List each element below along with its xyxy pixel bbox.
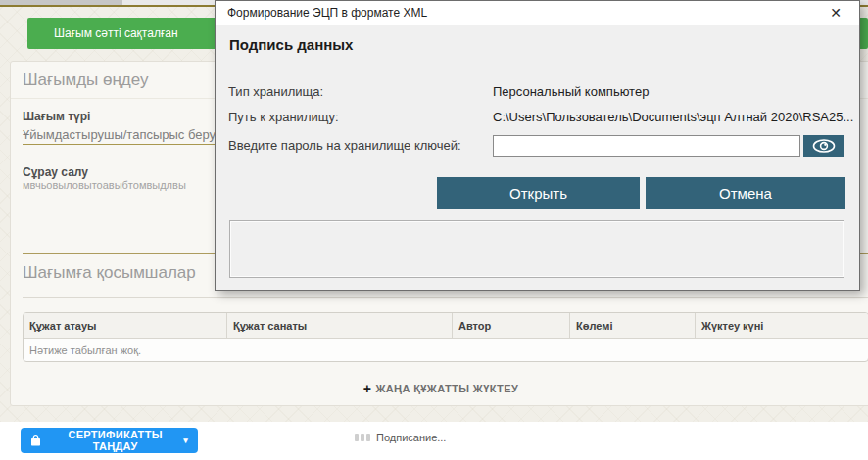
- signing-status-text: Подписание...: [376, 432, 446, 443]
- lock-icon: [30, 435, 41, 446]
- password-label: Введите пароль на хранилище ключей:: [228, 138, 461, 153]
- complaint-type-label: Шағым түрі: [23, 110, 90, 123]
- request-label: Сұрау салу: [23, 165, 88, 179]
- col-upload-date: Жүктеу күні: [696, 313, 868, 339]
- select-certificate-button[interactable]: СЕРТИФИКАТТЫ ТАҢДАУ ▾: [21, 428, 198, 453]
- close-icon[interactable]: ✕: [826, 1, 845, 25]
- signing-status: Подписание...: [355, 432, 446, 443]
- loading-dots-icon: [355, 434, 370, 441]
- documents-table: Құжат атауы Құжат санаты Автор Көлемі Жү…: [23, 312, 868, 362]
- caret-down-icon[interactable]: ▾: [183, 436, 188, 445]
- table-empty-text: Нәтиже табылған жоқ.: [24, 339, 868, 361]
- col-document-category: Құжат санаты: [227, 313, 453, 339]
- dialog-title: Формирование ЭЦП в формате XML: [227, 6, 427, 20]
- show-password-button[interactable]: [803, 135, 844, 157]
- col-author: Автор: [453, 313, 570, 339]
- esign-dialog: Формирование ЭЦП в формате XML ✕ Подпись…: [215, 0, 860, 291]
- password-input[interactable]: [493, 135, 800, 157]
- upload-new-document-button[interactable]: +ЖАҢА ҚҰЖАТТЫ ЖҮКТЕУ: [11, 381, 868, 396]
- cancel-button[interactable]: Отмена: [646, 177, 845, 209]
- gray-divider: [23, 297, 868, 298]
- storage-path-label: Путь к хранилищу:: [228, 110, 339, 124]
- attachments-title: Шағымға қосымшалар: [23, 263, 196, 283]
- open-button[interactable]: Открыть: [437, 177, 640, 209]
- status-output-panel: [229, 220, 844, 278]
- screen: Шағым сәтті сақталған Шағымды өңдеу Шағы…: [0, 0, 868, 460]
- col-document-name: Құжат атауы: [24, 313, 227, 339]
- dialog-heading: Подпись данных: [229, 36, 353, 53]
- upload-new-document-label: ЖАҢА ҚҰЖАТТЫ ЖҮКТЕУ: [375, 383, 518, 394]
- storage-type-value: Персональный компьютер: [493, 84, 649, 99]
- table-header-row: Құжат атауы Құжат санаты Автор Көлемі Жү…: [24, 313, 868, 339]
- storage-type-label: Тип хранилища:: [228, 84, 323, 99]
- plus-icon: +: [363, 381, 372, 396]
- request-value: мвчьовыловытоавыбтомвыдлвы: [23, 179, 186, 191]
- storage-path-value: C:\Users\Пользователь\Documents\эцп Алтн…: [493, 110, 853, 124]
- dialog-titlebar[interactable]: Формирование ЭЦП в формате XML ✕: [216, 1, 859, 25]
- eye-icon: [812, 139, 836, 153]
- table-empty-row: Нәтиже табылған жоқ.: [24, 339, 868, 361]
- col-size: Көлемі: [570, 313, 696, 339]
- select-certificate-label: СЕРТИФИКАТТЫ ТАҢДАУ: [47, 429, 183, 452]
